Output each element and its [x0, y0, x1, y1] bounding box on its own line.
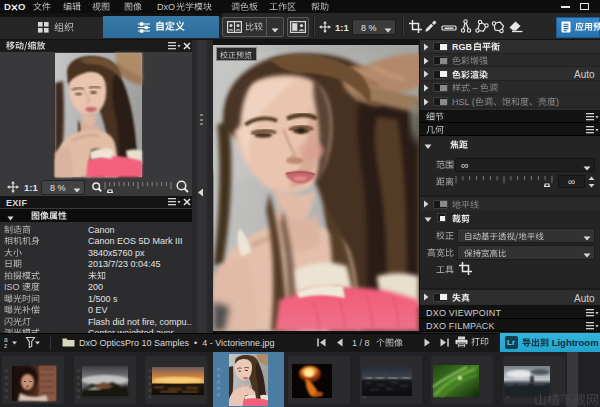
svg-text:z: z — [4, 342, 7, 349]
